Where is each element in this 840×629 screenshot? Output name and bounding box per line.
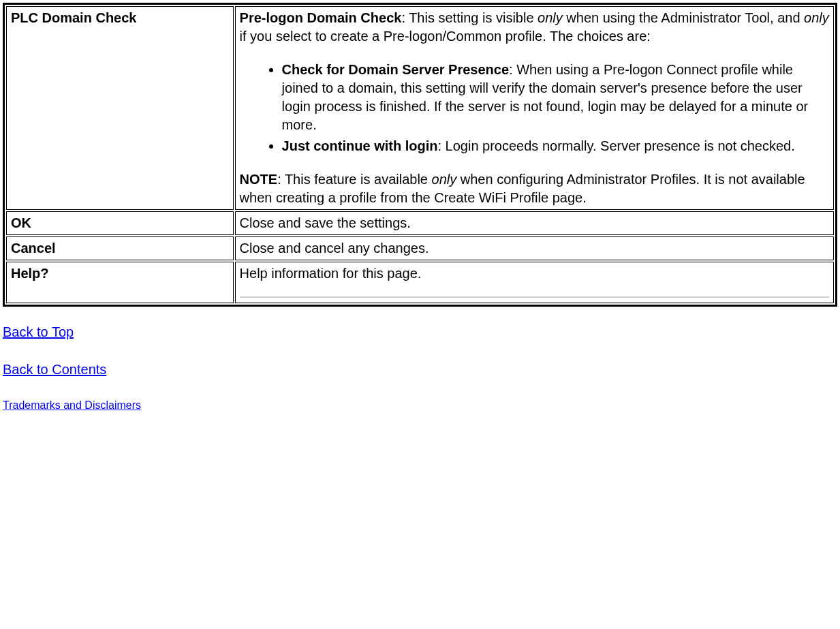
back-to-top-link[interactable]: Back to Top bbox=[3, 324, 74, 339]
divider bbox=[240, 296, 829, 298]
list-item: Just continue with login: Login proceeds… bbox=[282, 137, 829, 155]
note-seg1: : This feature is available bbox=[277, 172, 431, 187]
bullet-title-1: Just continue with login bbox=[282, 138, 438, 153]
intro-seg2: when using the Administrator Tool, and bbox=[563, 10, 804, 25]
bullet-title-0: Check for Domain Server Presence bbox=[282, 62, 510, 77]
footer-links: Back to Top Back to Contents Trademarks … bbox=[3, 323, 837, 413]
row-desc-plc: Pre-logon Domain Check: This setting is … bbox=[235, 6, 834, 210]
intro-only1: only bbox=[538, 10, 563, 25]
trademarks-link[interactable]: Trademarks and Disclaimers bbox=[3, 399, 141, 411]
intro-seg3: if you select to create a Pre-logon/Comm… bbox=[240, 29, 651, 44]
row-label-help: Help? bbox=[6, 262, 234, 303]
bullet-list: Check for Domain Server Presence: When u… bbox=[240, 61, 829, 155]
row-desc-help: Help information for this page. bbox=[235, 262, 834, 303]
row-desc-cancel: Close and cancel any changes. bbox=[235, 236, 834, 260]
intro-only2: only bbox=[804, 10, 829, 25]
settings-table: PLC Domain Check Pre-logon Domain Check:… bbox=[3, 3, 837, 307]
back-to-contents-link[interactable]: Back to Contents bbox=[3, 362, 106, 377]
table-row: Help? Help information for this page. bbox=[6, 262, 834, 303]
row-label-plc: PLC Domain Check bbox=[6, 6, 234, 210]
bullet-text-1: : Login proceeds normally. Server presen… bbox=[437, 138, 794, 153]
help-text: Help information for this page. bbox=[240, 266, 422, 281]
intro-bold: Pre-logon Domain Check bbox=[240, 10, 402, 25]
row-label-ok: OK bbox=[6, 211, 234, 235]
list-item: Check for Domain Server Presence: When u… bbox=[282, 61, 829, 134]
table-row: OK Close and save the settings. bbox=[6, 211, 834, 235]
row-label-cancel: Cancel bbox=[6, 236, 234, 260]
intro-seg1: : This setting is visible bbox=[401, 10, 538, 25]
table-row: PLC Domain Check Pre-logon Domain Check:… bbox=[6, 6, 834, 210]
table-row: Cancel Close and cancel any changes. bbox=[6, 236, 834, 260]
note-only: only bbox=[432, 172, 457, 187]
row-desc-ok: Close and save the settings. bbox=[235, 211, 834, 235]
note-bold: NOTE bbox=[240, 172, 278, 187]
